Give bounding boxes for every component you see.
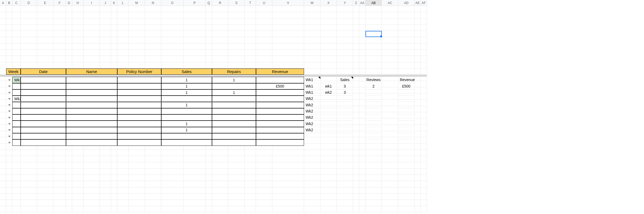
table-cell-sales[interactable]: 1 [161,121,212,127]
side-week-label[interactable]: Wk2 [304,108,320,114]
cell[interactable] [0,25,6,31]
cell[interactable] [83,150,100,156]
cell[interactable] [21,187,37,194]
side-revenue-value[interactable] [398,133,415,139]
cell[interactable] [184,194,206,200]
cell[interactable] [365,62,382,68]
cell[interactable] [6,150,12,156]
cell[interactable] [353,112,359,118]
cell[interactable] [117,150,129,156]
cell[interactable] [6,31,12,37]
side-week-label[interactable]: Wk2 [304,121,320,127]
cell[interactable] [100,181,111,187]
cell[interactable] [111,43,117,50]
cell[interactable] [53,206,66,212]
table-cell-week[interactable]: Wk1 [12,77,21,83]
table-cell-policy[interactable] [117,96,161,102]
cell[interactable] [245,169,256,175]
cell[interactable] [37,187,53,194]
cell[interactable] [100,31,111,37]
cell[interactable] [66,169,72,175]
cell[interactable] [53,194,66,200]
table-cell-sales[interactable] [161,139,212,146]
cell[interactable] [100,12,111,18]
cell[interactable] [382,181,398,187]
cell[interactable] [337,194,353,200]
cell[interactable] [245,12,256,18]
cell[interactable] [421,43,427,50]
table-cell-policy[interactable] [117,102,161,108]
cell[interactable] [83,19,100,25]
cell[interactable] [184,156,206,162]
cell[interactable] [161,12,184,18]
cell[interactable] [272,194,304,200]
side-sales-value[interactable] [337,96,353,102]
cell[interactable] [37,50,53,56]
cell[interactable] [359,25,365,31]
cell[interactable] [365,37,382,43]
cell[interactable] [206,200,212,206]
table-cell-week[interactable] [12,114,21,121]
cell[interactable] [245,150,256,156]
cell[interactable] [398,25,415,31]
cell[interactable] [6,25,12,31]
cell[interactable] [111,187,117,194]
cell[interactable] [53,50,66,56]
cell[interactable] [415,106,421,112]
cell[interactable] [256,162,272,169]
table-cell-date[interactable] [21,121,66,127]
cell[interactable] [66,56,72,62]
table-cell-revenue[interactable]: £500 [256,83,304,89]
cell[interactable] [0,112,6,118]
table-cell-date[interactable] [21,127,66,133]
cell[interactable] [53,31,66,37]
cell[interactable] [398,162,415,169]
cell[interactable] [100,156,111,162]
cell[interactable] [66,206,72,212]
cell[interactable] [228,12,245,18]
cell[interactable] [421,12,427,18]
cell[interactable] [421,194,427,200]
cell[interactable] [145,187,161,194]
cell[interactable] [304,206,320,212]
column-header-H[interactable]: H [72,0,83,6]
column-header-K[interactable]: K [111,0,117,6]
cell[interactable] [304,181,320,187]
cell[interactable] [21,50,37,56]
cell[interactable] [37,156,53,162]
cell[interactable] [421,25,427,31]
cell[interactable] [365,144,382,150]
cell[interactable] [72,200,83,206]
cell[interactable] [304,62,320,68]
cell[interactable] [145,156,161,162]
cell[interactable] [129,169,145,175]
cell[interactable] [0,156,6,162]
cell[interactable] [161,194,184,200]
cell[interactable] [111,62,117,68]
cell[interactable] [382,87,398,93]
side-reviews-value[interactable] [365,127,382,133]
cell[interactable] [415,112,421,118]
cell[interactable] [421,68,427,75]
table-cell-name[interactable] [66,102,117,108]
cell[interactable] [100,43,111,50]
cell[interactable] [72,206,83,212]
cell[interactable] [353,131,359,137]
table-cell-policy[interactable] [117,114,161,121]
cell[interactable] [421,162,427,169]
cell[interactable] [184,62,206,68]
cell[interactable] [72,194,83,200]
cell[interactable] [100,200,111,206]
cell[interactable] [83,43,100,50]
table-cell-repairs[interactable] [212,114,256,121]
column-header-Q[interactable]: Q [206,0,212,6]
cell[interactable] [111,181,117,187]
cell[interactable] [359,144,365,150]
side-x-cell[interactable]: wk1 [320,83,337,89]
table-cell-date[interactable] [21,77,66,83]
cell[interactable] [21,181,37,187]
cell[interactable] [212,150,228,156]
cell[interactable] [353,194,359,200]
cell[interactable] [398,6,415,12]
cell[interactable] [337,175,353,181]
